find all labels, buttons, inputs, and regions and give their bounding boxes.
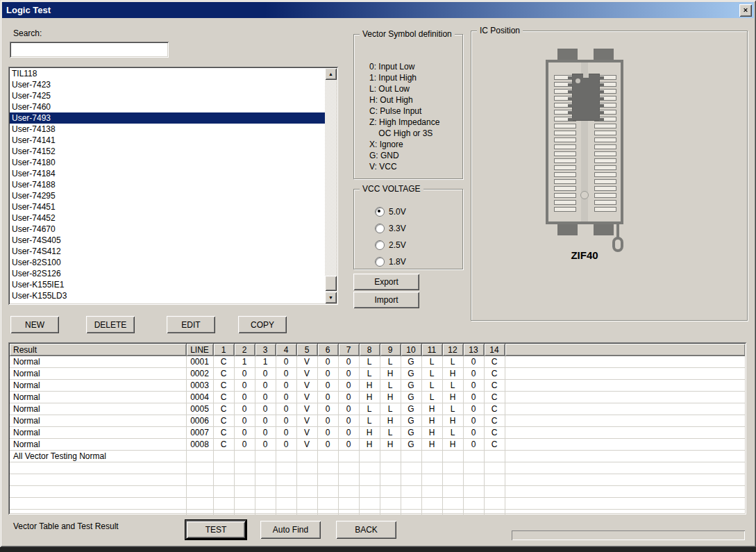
vcc-option-1.8V[interactable]: 1.8V bbox=[375, 253, 406, 270]
socket-lever bbox=[616, 224, 619, 238]
list-item[interactable]: User-74184 bbox=[10, 168, 325, 179]
table-row: Normal0008C000V00HHGHH0C bbox=[10, 439, 745, 451]
list-item[interactable]: User-74180 bbox=[10, 157, 325, 168]
value-cell bbox=[276, 510, 296, 515]
column-header: 1 bbox=[213, 344, 234, 356]
back-button[interactable]: BACK bbox=[336, 521, 396, 539]
vcc-option-5.0V[interactable]: 5.0V bbox=[375, 203, 406, 220]
value-cell: C bbox=[213, 380, 234, 392]
value-cell: C bbox=[213, 392, 234, 403]
value-cell: C bbox=[213, 368, 234, 380]
test-button[interactable]: TEST bbox=[185, 520, 246, 540]
list-item[interactable]: User-7460 bbox=[10, 101, 325, 112]
column-header: 7 bbox=[338, 344, 359, 356]
table-head: ResultLINE1234567891011121314 bbox=[10, 344, 745, 356]
import-button[interactable]: Import bbox=[353, 292, 419, 308]
value-cell: 0 bbox=[234, 427, 255, 439]
auto-find-button[interactable]: Auto Find bbox=[260, 521, 321, 539]
vcc-voltage-group-title: VCC VOLTAGE bbox=[360, 184, 423, 194]
value-cell: 0 bbox=[338, 368, 359, 380]
search-input[interactable] bbox=[10, 42, 169, 58]
ic-position-group: IC Position ZIF40 bbox=[471, 31, 748, 321]
value-cell bbox=[484, 498, 505, 510]
list-item[interactable]: User-82S126 bbox=[10, 268, 325, 279]
scroll-up-button[interactable]: ▲ bbox=[325, 68, 337, 80]
list-item[interactable]: User-7423 bbox=[10, 79, 325, 90]
chip-pin bbox=[568, 111, 573, 114]
value-cell: 0 bbox=[463, 368, 484, 380]
vector-symbol-line: Z: High Impedance bbox=[369, 117, 439, 128]
result-cell bbox=[10, 510, 186, 515]
list-item[interactable]: User-K155LD3 bbox=[10, 290, 325, 301]
value-cell bbox=[234, 498, 255, 510]
value-cell: 0 bbox=[234, 439, 255, 451]
vcc-option-3.3V[interactable]: 3.3V bbox=[375, 220, 406, 237]
chip-pin bbox=[568, 118, 573, 121]
value-cell: C bbox=[484, 368, 505, 380]
socket-tab bbox=[557, 49, 578, 60]
socket-label: ZIF40 bbox=[546, 249, 623, 261]
list-item[interactable]: User-7493 bbox=[10, 112, 325, 124]
close-icon bbox=[744, 7, 748, 13]
arrow-up-icon: ▲ bbox=[328, 72, 333, 76]
value-cell: 0 bbox=[317, 415, 338, 427]
value-cell: L bbox=[359, 368, 380, 380]
edit-button[interactable]: EDIT bbox=[167, 316, 215, 333]
scrollbar-track[interactable] bbox=[325, 80, 337, 292]
list-item[interactable]: User-74670 bbox=[10, 224, 325, 235]
window-title: Logic Test bbox=[2, 5, 739, 15]
list-item[interactable]: User-74S405 bbox=[10, 235, 325, 246]
result-cell: All Vector Testing Normal bbox=[10, 451, 186, 462]
vector-symbol-lines: 0: Input Low1: Input HighL: Out LowH: Ou… bbox=[369, 61, 439, 172]
vcc-option-2.5V[interactable]: 2.5V bbox=[375, 237, 406, 253]
list-scrollbar[interactable]: ▲ ▼ bbox=[325, 68, 337, 303]
line-cell: 0008 bbox=[186, 439, 213, 451]
list-item[interactable]: User-7425 bbox=[10, 90, 325, 101]
value-cell: 0 bbox=[317, 439, 338, 451]
radio-button[interactable] bbox=[375, 207, 385, 217]
export-button[interactable]: Export bbox=[353, 274, 419, 290]
close-button[interactable] bbox=[739, 4, 752, 17]
list-item[interactable]: User-74152 bbox=[10, 146, 325, 157]
new-button[interactable]: NEW bbox=[10, 316, 59, 333]
chip-notch bbox=[583, 74, 589, 78]
value-cell: 0 bbox=[463, 439, 484, 451]
list-item[interactable]: User-82S100 bbox=[10, 257, 325, 268]
list-item[interactable]: TIL118 bbox=[10, 68, 325, 79]
list-item[interactable]: User-74188 bbox=[10, 179, 325, 190]
value-cell bbox=[234, 462, 255, 474]
scrollbar-thumb[interactable] bbox=[325, 276, 337, 291]
copy-button[interactable]: COPY bbox=[238, 316, 287, 333]
scroll-down-button[interactable]: ▼ bbox=[325, 292, 337, 303]
pin-slot bbox=[554, 186, 576, 191]
value-cell: H bbox=[380, 368, 401, 380]
value-cell: 0 bbox=[338, 439, 359, 451]
value-cell bbox=[484, 474, 505, 486]
value-cell: 0 bbox=[463, 415, 484, 427]
value-cell bbox=[463, 474, 484, 486]
list-item[interactable]: User-74452 bbox=[10, 212, 325, 224]
list-item[interactable]: User-74S412 bbox=[10, 246, 325, 257]
delete-button[interactable]: DELETE bbox=[86, 316, 135, 333]
value-cell bbox=[463, 486, 484, 498]
radio-button[interactable] bbox=[375, 257, 385, 267]
value-cell: H bbox=[359, 427, 380, 439]
list-item[interactable]: User-74138 bbox=[10, 124, 325, 135]
vcc-voltage-options: 5.0V3.3V2.5V1.8V bbox=[375, 203, 406, 270]
radio-button[interactable] bbox=[375, 240, 385, 250]
value-cell bbox=[276, 462, 296, 474]
header-row: ResultLINE1234567891011121314 bbox=[10, 344, 745, 356]
list-item[interactable]: User-74141 bbox=[10, 135, 325, 146]
value-cell: H bbox=[380, 415, 401, 427]
radio-button[interactable] bbox=[375, 224, 385, 233]
list-item[interactable]: User-K155IE1 bbox=[10, 279, 325, 290]
chip-pin bbox=[599, 118, 604, 121]
value-cell bbox=[442, 451, 463, 462]
value-cell bbox=[380, 462, 401, 474]
result-cell: Normal bbox=[10, 427, 186, 439]
value-cell bbox=[317, 510, 338, 515]
value-cell: H bbox=[442, 415, 463, 427]
list-item[interactable]: User-74451 bbox=[10, 201, 325, 212]
value-cell: L bbox=[421, 368, 442, 380]
list-item[interactable]: User-74295 bbox=[10, 190, 325, 201]
